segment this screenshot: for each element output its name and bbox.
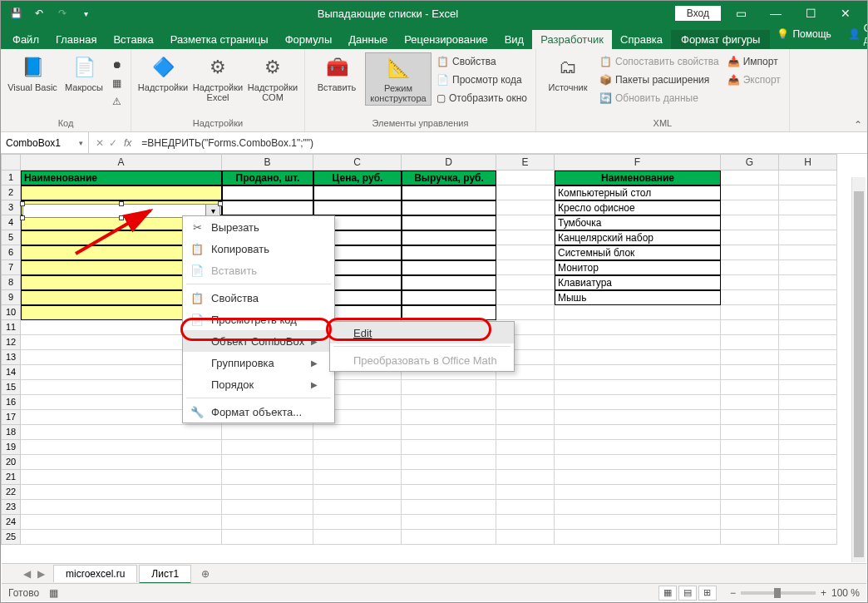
cell[interactable]: [496, 410, 555, 425]
relative-refs-button[interactable]: ▦: [109, 74, 126, 92]
share-button[interactable]: 👤Общий доступ: [841, 19, 868, 49]
cell[interactable]: [721, 410, 779, 425]
cell[interactable]: [496, 515, 555, 530]
cell[interactable]: [496, 425, 555, 440]
row-header[interactable]: 9: [1, 290, 21, 305]
cell[interactable]: [721, 245, 779, 260]
cell[interactable]: [496, 305, 555, 320]
row-header[interactable]: 13: [1, 350, 21, 365]
cell[interactable]: [21, 440, 222, 455]
submenu-convert[interactable]: Преобразовать в Office Math: [330, 349, 514, 371]
row-header[interactable]: 15: [1, 380, 21, 395]
redo-icon[interactable]: ↷: [54, 5, 71, 22]
cell[interactable]: [555, 350, 721, 365]
cell[interactable]: [222, 500, 313, 515]
cell[interactable]: [555, 395, 721, 410]
cell[interactable]: [402, 485, 496, 500]
cell[interactable]: [721, 335, 779, 350]
cell[interactable]: [779, 440, 837, 455]
cell[interactable]: [779, 335, 837, 350]
cell[interactable]: [496, 485, 555, 500]
ctx-view-code[interactable]: 📄Просмотреть код: [183, 309, 334, 330]
cell[interactable]: [721, 185, 779, 200]
cell[interactable]: [779, 530, 837, 545]
fx-icon[interactable]: fx: [124, 137, 136, 149]
cell[interactable]: [496, 260, 555, 275]
tab-data[interactable]: Данные: [340, 30, 396, 49]
sheet-tab-1[interactable]: microexcel.ru: [53, 565, 137, 582]
cell[interactable]: [402, 305, 496, 320]
cell[interactable]: [779, 230, 837, 245]
col-header[interactable]: D: [402, 154, 496, 171]
cell[interactable]: Цена, руб.: [313, 171, 402, 185]
cell[interactable]: [313, 530, 402, 545]
cell[interactable]: [779, 515, 837, 530]
ctx-cut[interactable]: ✂Вырезать: [183, 216, 334, 238]
cell[interactable]: [779, 215, 837, 230]
cell[interactable]: [402, 425, 496, 440]
cell[interactable]: [721, 200, 779, 215]
login-button[interactable]: Вход: [675, 6, 721, 21]
cell[interactable]: [496, 185, 555, 200]
cell[interactable]: [402, 500, 496, 515]
cell[interactable]: [496, 380, 555, 395]
cell[interactable]: [496, 530, 555, 545]
ctx-properties[interactable]: 📋Свойства: [183, 287, 334, 309]
cell[interactable]: [222, 425, 313, 440]
ctx-combobox-object[interactable]: Объект ComboBox▶: [183, 330, 334, 352]
cell[interactable]: [779, 320, 837, 335]
view-code-button[interactable]: 📄Просмотр кода: [433, 71, 530, 89]
cell[interactable]: [496, 290, 555, 305]
cell[interactable]: [721, 350, 779, 365]
cell[interactable]: [496, 470, 555, 485]
cell[interactable]: [555, 410, 721, 425]
cell[interactable]: [496, 171, 555, 185]
cell[interactable]: [721, 515, 779, 530]
collapse-ribbon-icon[interactable]: ⌃: [854, 119, 862, 131]
row-header[interactable]: 12: [1, 335, 21, 350]
insert-control-button[interactable]: 🧰Вставить: [310, 52, 363, 94]
cell[interactable]: [402, 260, 496, 275]
row-header[interactable]: 7: [1, 260, 21, 275]
ctx-grouping[interactable]: Группировка▶: [183, 352, 334, 373]
row-header[interactable]: 8: [1, 275, 21, 290]
cell[interactable]: [313, 455, 402, 470]
cell[interactable]: [402, 515, 496, 530]
tab-page-layout[interactable]: Разметка страницы: [162, 30, 277, 49]
cell[interactable]: [402, 455, 496, 470]
addins-button[interactable]: 🔷Надстройки: [136, 52, 190, 94]
cell[interactable]: [555, 530, 721, 545]
cell[interactable]: [721, 470, 779, 485]
page-layout-view-icon[interactable]: ▤: [678, 586, 697, 601]
visual-basic-button[interactable]: 📘Visual Basic: [6, 52, 59, 94]
cell[interactable]: [555, 440, 721, 455]
ribbon-options-icon[interactable]: ▭: [726, 2, 756, 25]
vertical-scrollbar[interactable]: [851, 177, 866, 562]
row-header[interactable]: 23: [1, 500, 21, 515]
qat-more-icon[interactable]: ▾: [77, 5, 94, 22]
macro-security-button[interactable]: ⚠: [109, 92, 126, 111]
cell[interactable]: [402, 230, 496, 245]
cell[interactable]: [21, 515, 222, 530]
zoom-level[interactable]: 100 %: [831, 587, 860, 599]
col-header[interactable]: H: [779, 154, 837, 171]
cell[interactable]: [555, 320, 721, 335]
zoom-in-icon[interactable]: +: [821, 587, 826, 599]
cell[interactable]: [721, 425, 779, 440]
row-header[interactable]: 18: [1, 425, 21, 440]
new-sheet-icon[interactable]: ⊕: [193, 568, 218, 580]
row-header[interactable]: 25: [1, 530, 21, 545]
cell[interactable]: [21, 455, 222, 470]
cell[interactable]: [402, 395, 496, 410]
cell[interactable]: [402, 470, 496, 485]
cell[interactable]: [779, 485, 837, 500]
page-break-view-icon[interactable]: ⊞: [698, 586, 717, 601]
tab-home[interactable]: Главная: [47, 30, 105, 49]
export-button[interactable]: 📤Экспорт: [724, 71, 784, 89]
cell[interactable]: [779, 350, 837, 365]
refresh-data-button[interactable]: 🔄Обновить данные: [596, 89, 723, 107]
cell[interactable]: [496, 230, 555, 245]
cell[interactable]: [313, 470, 402, 485]
cell[interactable]: [313, 425, 402, 440]
cell[interactable]: Монитор: [555, 260, 721, 275]
